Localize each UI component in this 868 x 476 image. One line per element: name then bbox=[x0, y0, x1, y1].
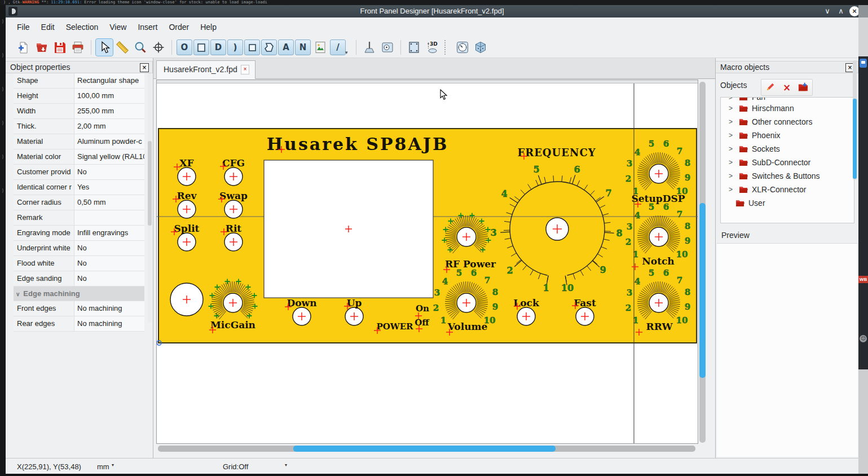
select-tool[interactable] bbox=[96, 39, 113, 56]
prop-row-engraving-mode[interactable]: Engraving modeInfill engravings bbox=[14, 226, 144, 241]
property-value[interactable]: Infill engravings bbox=[74, 226, 144, 240]
image-engraving-tool[interactable] bbox=[312, 39, 329, 56]
cube-3d-button[interactable] bbox=[472, 39, 489, 56]
tree-item-other-connectors[interactable]: >Other connectors bbox=[721, 115, 854, 129]
maximize-button[interactable]: ∧ bbox=[836, 6, 846, 16]
view-3d-button[interactable]: 3D bbox=[424, 39, 440, 56]
property-value[interactable]: No bbox=[74, 271, 144, 286]
h-scroll-thumb[interactable] bbox=[293, 446, 556, 452]
menu-edit[interactable]: Edit bbox=[36, 20, 60, 34]
grid-caret-icon[interactable]: ▾ bbox=[285, 462, 287, 468]
save-button[interactable] bbox=[51, 39, 68, 56]
line-tool-dropdown[interactable]: ▾ bbox=[345, 50, 351, 55]
unit-caret-icon[interactable]: ▾ bbox=[112, 462, 114, 468]
hole-arc-tool[interactable]: ) bbox=[227, 39, 243, 55]
tree-item-sockets[interactable]: >Sockets bbox=[721, 142, 854, 156]
tab-close-icon[interactable]: × bbox=[241, 65, 249, 74]
prop-row-material-color[interactable]: Material colorSignal yellow (RAL10 bbox=[14, 149, 144, 165]
panel-button-up[interactable]: Up bbox=[344, 297, 363, 325]
chevron-right-icon[interactable]: > bbox=[729, 145, 739, 153]
property-value[interactable]: 0,50 mm bbox=[74, 195, 144, 210]
property-value[interactable]: 255,00 mm bbox=[74, 104, 144, 118]
origin-tool[interactable] bbox=[150, 39, 167, 56]
chevron-right-icon[interactable]: > bbox=[729, 98, 739, 102]
chevron-right-icon[interactable]: > bbox=[729, 104, 739, 112]
tree-item-fan[interactable]: >Fan bbox=[721, 98, 854, 102]
property-value[interactable]: Signal yellow (RAL10 bbox=[74, 149, 144, 164]
new-file-button[interactable] bbox=[15, 39, 32, 56]
cavity-tool[interactable] bbox=[379, 39, 396, 56]
chevron-right-icon[interactable]: > bbox=[729, 131, 739, 139]
property-value[interactable]: No machining bbox=[74, 301, 144, 316]
design-canvas[interactable]: Husarek SP8AJBXFCFGRevSwapSplitRitDownUp… bbox=[156, 80, 698, 444]
tree-scroll-thumb[interactable] bbox=[853, 99, 857, 179]
hpgl-engraving-tool[interactable]: N bbox=[295, 39, 311, 55]
hole-square-tool[interactable] bbox=[244, 39, 260, 55]
menu-insert[interactable]: Insert bbox=[132, 20, 163, 34]
chevron-right-icon[interactable]: > bbox=[729, 172, 739, 180]
line-tool[interactable]: / bbox=[330, 39, 346, 55]
print-button[interactable] bbox=[69, 39, 86, 56]
macro-objects-header[interactable]: Macro objects × bbox=[716, 61, 858, 73]
free-contour-tool[interactable] bbox=[261, 39, 277, 55]
property-value[interactable]: No bbox=[74, 165, 144, 179]
property-value[interactable] bbox=[74, 210, 144, 225]
property-value[interactable]: Yes bbox=[74, 180, 144, 195]
prop-row-material[interactable]: MaterialAluminum powder-c bbox=[14, 134, 144, 149]
property-value[interactable]: No machining bbox=[74, 316, 144, 331]
prop-row-customer-provid[interactable]: Customer providNo bbox=[14, 165, 144, 180]
hole-rect-tool[interactable] bbox=[193, 39, 209, 55]
property-value[interactable]: No bbox=[74, 241, 144, 255]
hole-ellipse-tool[interactable]: O bbox=[177, 39, 192, 55]
canvas-vertical-scrollbar[interactable] bbox=[699, 82, 706, 443]
prop-row-corner-radius[interactable]: Corner radius0,50 mm bbox=[14, 195, 144, 210]
chevron-down-icon[interactable]: ∨ bbox=[16, 291, 20, 297]
text-engraving-tool[interactable]: A bbox=[278, 39, 294, 55]
prop-row-edge-machining[interactable]: ∨Edge machining bbox=[14, 287, 144, 301]
prop-row-front-edges[interactable]: Front edgesNo machining bbox=[14, 301, 144, 316]
dots-handle[interactable] bbox=[444, 40, 450, 55]
panel-border-tool[interactable] bbox=[406, 39, 422, 56]
menu-file[interactable]: File bbox=[11, 20, 36, 34]
ruler-tool[interactable] bbox=[114, 39, 131, 56]
property-value[interactable]: No bbox=[74, 256, 144, 271]
tree-item-subd-connector[interactable]: >SubD-Connector bbox=[721, 156, 854, 169]
chevron-right-icon[interactable]: > bbox=[729, 158, 739, 166]
menu-order[interactable]: Order bbox=[163, 20, 195, 34]
property-value[interactable]: Aluminum powder-c bbox=[74, 134, 144, 149]
edit-macro-button[interactable] bbox=[765, 82, 776, 94]
prop-row-thick-[interactable]: Thick.2,00 mm bbox=[14, 119, 144, 134]
measure-gauge-button[interactable] bbox=[454, 39, 471, 56]
delete-macro-button[interactable]: × bbox=[783, 83, 791, 92]
drill-tool[interactable] bbox=[361, 39, 378, 56]
prop-row-remark[interactable]: Remark bbox=[14, 210, 144, 226]
property-value[interactable]: Rectangular shape bbox=[74, 73, 144, 88]
grid-selector[interactable]: Grid:Off bbox=[223, 462, 248, 471]
object-properties-header[interactable]: Object properties × bbox=[6, 61, 153, 73]
property-value[interactable]: 2,00 mm bbox=[74, 119, 144, 134]
prop-row-shape[interactable]: ShapeRectangular shape bbox=[14, 73, 144, 89]
prop-row-flood-white[interactable]: Flood whiteNo bbox=[14, 256, 144, 271]
prop-row-edge-sanding[interactable]: Edge sandingNo bbox=[14, 271, 144, 287]
tree-item-phoenix[interactable]: >Phoenix bbox=[721, 129, 854, 142]
chevron-right-icon[interactable]: > bbox=[729, 118, 739, 126]
add-folder-button[interactable] bbox=[798, 82, 808, 94]
close-icon[interactable]: × bbox=[140, 63, 149, 72]
prop-row-height[interactable]: Height100,00 mm bbox=[14, 89, 144, 104]
prop-row-underprint-white[interactable]: Underprint whiteNo bbox=[14, 241, 144, 256]
zoom-tool[interactable] bbox=[132, 39, 149, 56]
open-file-button[interactable] bbox=[33, 39, 50, 56]
canvas-horizontal-scrollbar[interactable] bbox=[158, 446, 695, 452]
minimize-button[interactable]: ∨ bbox=[822, 6, 832, 16]
prop-row-rear-edges[interactable]: Rear edgesNo machining bbox=[14, 316, 144, 332]
menu-help[interactable]: Help bbox=[195, 20, 222, 34]
title-bar[interactable]: Front Panel Designer [HusarekFront_v2.fp… bbox=[6, 5, 858, 17]
unit-selector[interactable]: mm bbox=[97, 462, 109, 471]
tree-item-switches-buttons[interactable]: >Switches & Buttons bbox=[721, 169, 854, 183]
tree-item-hirschmann[interactable]: >Hirschmann bbox=[721, 102, 854, 115]
document-tab[interactable]: HusarekFront_v2.fpd × bbox=[156, 60, 255, 79]
menu-selection[interactable]: Selection bbox=[60, 20, 104, 34]
chevron-right-icon[interactable]: > bbox=[729, 186, 739, 193]
tree-scrollbar[interactable] bbox=[853, 60, 857, 180]
hole-dshape-tool[interactable]: D bbox=[210, 39, 226, 55]
